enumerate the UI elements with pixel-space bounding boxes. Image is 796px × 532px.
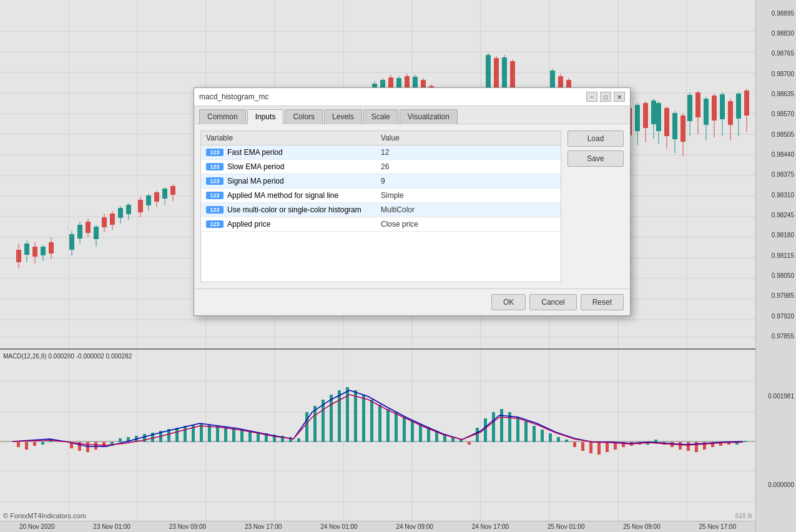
col-value: Value — [376, 131, 561, 145]
dialog-controls: − □ ✕ — [586, 92, 625, 102]
minimize-button[interactable]: − — [586, 92, 597, 102]
row-value: 9 — [376, 174, 561, 188]
row-value: Close price — [376, 217, 561, 231]
tab-common[interactable]: Common — [199, 109, 246, 124]
dialog-content: Variable Value 123 Fast EMA period 12 12… — [194, 124, 630, 288]
dialog-titlebar: macd_histogram_mc − □ ✕ — [194, 88, 630, 106]
type-badge: 123 — [206, 163, 224, 170]
save-button[interactable]: Save — [568, 150, 624, 167]
params-table: Variable Value 123 Fast EMA period 12 12… — [200, 131, 561, 282]
table-row[interactable]: 123 Applied MA method for signal line Si… — [201, 189, 561, 203]
row-variable: 123 Slow EMA period — [201, 160, 376, 174]
tab-scale[interactable]: Scale — [363, 109, 398, 124]
variable-label: Fast EMA period — [227, 148, 283, 157]
maximize-button[interactable]: □ — [600, 92, 611, 102]
row-variable: 123 Fast EMA period — [201, 145, 376, 159]
table-row[interactable]: 123 Fast EMA period 12 — [201, 145, 561, 160]
dialog-tabs: Common Inputs Colors Levels Scale Visual… — [194, 106, 630, 124]
row-variable: 123 Use multi-color or single-color hist… — [201, 203, 376, 217]
table-empty-space — [201, 232, 561, 282]
reset-button[interactable]: Reset — [581, 294, 624, 310]
load-button[interactable]: Load — [568, 131, 624, 147]
table-row[interactable]: 123 Signal MA period 9 — [201, 174, 561, 189]
type-badge: 123 — [206, 177, 224, 185]
dialog-title: macd_histogram_mc — [199, 92, 268, 101]
type-badge: 123 — [206, 192, 224, 199]
row-variable: 123 Applied price — [201, 217, 376, 231]
tab-visualization[interactable]: Visualization — [400, 109, 458, 124]
dialog: macd_histogram_mc − □ ✕ Common Inputs Co… — [194, 87, 631, 316]
tab-inputs[interactable]: Inputs — [247, 109, 284, 124]
table-row[interactable]: 123 Use multi-color or single-color hist… — [201, 203, 561, 217]
type-badge: 123 — [206, 206, 224, 214]
variable-label: Slow EMA period — [227, 162, 284, 171]
row-value: MultiColor — [376, 203, 561, 217]
side-buttons: Load Save — [568, 131, 624, 282]
variable-label: Applied MA method for signal line — [227, 191, 338, 200]
col-variable: Variable — [201, 131, 376, 145]
row-variable: 123 Signal MA period — [201, 174, 376, 188]
table-row[interactable]: 123 Slow EMA period 26 — [201, 160, 561, 174]
tab-levels[interactable]: Levels — [324, 109, 362, 124]
cancel-button[interactable]: Cancel — [529, 294, 576, 310]
type-badge: 123 — [206, 220, 224, 228]
row-variable: 123 Applied MA method for signal line — [201, 189, 376, 202]
variable-label: Use multi-color or single-color histogra… — [227, 205, 361, 214]
table-header: Variable Value — [201, 131, 561, 145]
close-button[interactable]: ✕ — [614, 92, 625, 102]
table-row[interactable]: 123 Applied price Close price — [201, 217, 561, 232]
row-value: 26 — [376, 160, 561, 174]
variable-label: Signal MA period — [227, 177, 284, 185]
variable-label: Applied price — [227, 220, 270, 229]
ok-button[interactable]: OK — [491, 294, 526, 310]
row-value: Simple — [376, 189, 561, 202]
tab-colors[interactable]: Colors — [285, 109, 323, 124]
dialog-footer: OK Cancel Reset — [194, 288, 630, 315]
row-value: 12 — [376, 145, 561, 159]
dialog-overlay: macd_histogram_mc − □ ✕ Common Inputs Co… — [0, 0, 796, 532]
type-badge: 123 — [206, 149, 224, 156]
